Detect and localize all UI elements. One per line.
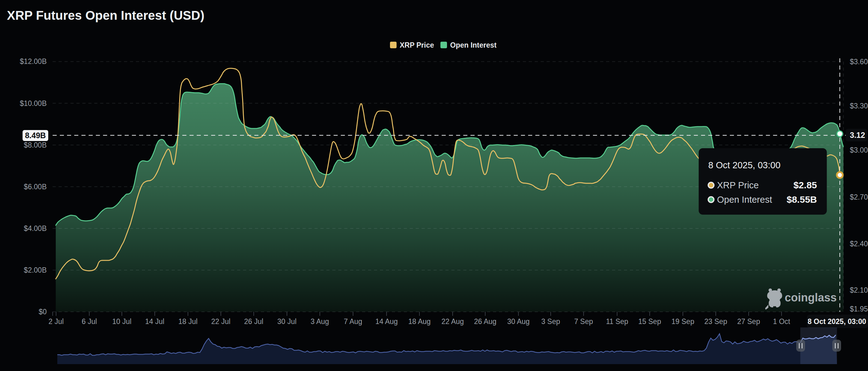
svg-text:$0: $0 bbox=[38, 308, 47, 316]
svg-text:$3.60: $3.60 bbox=[850, 58, 868, 66]
svg-text:19 Sep: 19 Sep bbox=[672, 317, 694, 326]
svg-text:XRP Price: XRP Price bbox=[717, 180, 759, 190]
svg-text:$12.00B: $12.00B bbox=[20, 57, 47, 65]
svg-text:15 Sep: 15 Sep bbox=[639, 317, 661, 326]
svg-text:Open Interest: Open Interest bbox=[717, 194, 772, 205]
svg-text:$2.85: $2.85 bbox=[794, 180, 817, 190]
svg-text:XRP Futures Open Interest (USD: XRP Futures Open Interest (USD) bbox=[7, 8, 204, 22]
svg-text:14 Jul: 14 Jul bbox=[145, 317, 164, 326]
svg-text:$6.00B: $6.00B bbox=[24, 183, 47, 191]
svg-text:14 Aug: 14 Aug bbox=[375, 317, 398, 326]
svg-text:22 Jul: 22 Jul bbox=[211, 317, 230, 326]
svg-text:30 Jul: 30 Jul bbox=[277, 317, 296, 326]
svg-text:coinglass: coinglass bbox=[785, 291, 837, 304]
svg-text:$2.10: $2.10 bbox=[850, 286, 868, 294]
svg-text:XRP Price: XRP Price bbox=[400, 41, 434, 49]
svg-text:23 Sep: 23 Sep bbox=[705, 317, 727, 326]
svg-text:$3.30: $3.30 bbox=[850, 102, 868, 110]
svg-text:$2.00B: $2.00B bbox=[24, 266, 47, 274]
svg-text:$1.95: $1.95 bbox=[850, 305, 868, 313]
svg-text:6 Jul: 6 Jul bbox=[82, 317, 97, 326]
svg-text:30 Aug: 30 Aug bbox=[507, 317, 530, 326]
svg-text:3 Aug: 3 Aug bbox=[311, 317, 329, 326]
svg-text:1 Oct: 1 Oct bbox=[773, 317, 790, 326]
svg-text:7 Sep: 7 Sep bbox=[574, 317, 593, 326]
svg-text:7 Aug: 7 Aug bbox=[344, 317, 363, 326]
svg-text:Open Interest: Open Interest bbox=[450, 41, 497, 49]
svg-text:8 Oct 2025, 03:00: 8 Oct 2025, 03:00 bbox=[808, 317, 866, 326]
svg-text:10 Jul: 10 Jul bbox=[112, 317, 131, 326]
svg-text:$8.00B: $8.00B bbox=[24, 141, 47, 149]
svg-text:11 Sep: 11 Sep bbox=[606, 317, 628, 326]
svg-text:18 Jul: 18 Jul bbox=[178, 317, 197, 326]
svg-text:27 Sep: 27 Sep bbox=[737, 317, 760, 326]
svg-text:26 Aug: 26 Aug bbox=[474, 317, 496, 326]
svg-text:$2.40: $2.40 bbox=[850, 240, 868, 248]
svg-text:3 Sep: 3 Sep bbox=[541, 317, 560, 326]
svg-text:2 Jul: 2 Jul bbox=[49, 317, 64, 326]
svg-text:$10.00B: $10.00B bbox=[20, 99, 47, 107]
svg-text:22 Aug: 22 Aug bbox=[441, 317, 464, 326]
svg-text:$4.00B: $4.00B bbox=[24, 224, 47, 233]
svg-text:8.49B: 8.49B bbox=[25, 131, 46, 140]
svg-text:$3.00: $3.00 bbox=[850, 146, 868, 154]
svg-text:$2.70: $2.70 bbox=[850, 193, 868, 201]
svg-text:26 Jul: 26 Jul bbox=[244, 317, 263, 326]
svg-text:$8.55B: $8.55B bbox=[786, 194, 817, 205]
svg-text:8 Oct 2025, 03:00: 8 Oct 2025, 03:00 bbox=[708, 160, 781, 170]
svg-text:3.12: 3.12 bbox=[850, 131, 865, 140]
svg-text:18 Aug: 18 Aug bbox=[408, 317, 431, 326]
